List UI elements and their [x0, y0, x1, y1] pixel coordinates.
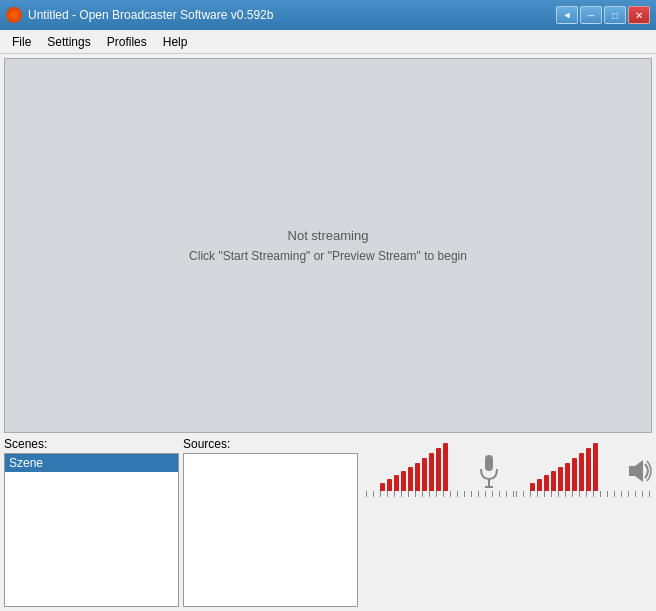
- menu-profiles[interactable]: Profiles: [99, 33, 155, 51]
- vu-right: [530, 443, 598, 491]
- vu-bar: [558, 467, 563, 491]
- vu-bar: [586, 448, 591, 491]
- close-button[interactable]: ✕: [628, 6, 650, 24]
- status-not-streaming: Not streaming: [288, 228, 369, 243]
- svg-marker-3: [629, 460, 643, 482]
- status-instructions: Click "Start Streaming" or "Preview Stre…: [189, 249, 467, 263]
- vu-bar: [593, 443, 598, 491]
- microphone-icon: [475, 451, 503, 491]
- preview-area: Not streaming Click "Start Streaming" or…: [4, 58, 652, 433]
- vu-bar: [579, 453, 584, 491]
- scenes-panel: Scenes: Szene: [4, 437, 179, 607]
- vu-bar: [422, 458, 427, 491]
- vu-scale: [362, 491, 656, 497]
- sources-list[interactable]: [183, 453, 358, 607]
- vu-area: [362, 437, 656, 607]
- vu-bar: [544, 475, 549, 491]
- svg-rect-0: [485, 455, 493, 471]
- scene-item[interactable]: Szene: [5, 454, 178, 472]
- menu-file[interactable]: File: [4, 33, 39, 51]
- vu-bar: [429, 453, 434, 491]
- menu-settings[interactable]: Settings: [39, 33, 98, 51]
- scenes-label: Scenes:: [4, 437, 179, 451]
- vu-bar: [387, 479, 392, 491]
- minimize-button[interactable]: ─: [580, 6, 602, 24]
- vu-bar: [537, 479, 542, 491]
- vu-meters: [362, 439, 656, 491]
- sources-label: Sources:: [183, 437, 358, 451]
- scenes-list[interactable]: Szene: [4, 453, 179, 607]
- app-icon: [6, 7, 22, 23]
- maximize-button[interactable]: □: [604, 6, 626, 24]
- vu-bar: [415, 463, 420, 491]
- vu-bar: [436, 448, 441, 491]
- vu-bar: [443, 443, 448, 491]
- vu-bar: [401, 471, 406, 491]
- vu-bar: [380, 483, 385, 491]
- menu-bar: File Settings Profiles Help: [0, 30, 656, 54]
- speaker-icon: [625, 451, 653, 491]
- back-button[interactable]: ◄: [556, 6, 578, 24]
- sources-panel: Sources:: [183, 437, 358, 607]
- vu-bar: [408, 467, 413, 491]
- vu-bar: [565, 463, 570, 491]
- vu-bar: [530, 483, 535, 491]
- vu-left: [380, 443, 448, 491]
- window-controls: ◄ ─ □ ✕: [556, 6, 650, 24]
- vu-bar: [394, 475, 399, 491]
- vu-bar: [572, 458, 577, 491]
- menu-help[interactable]: Help: [155, 33, 196, 51]
- vu-bar: [551, 471, 556, 491]
- title-bar: Untitled - Open Broadcaster Software v0.…: [0, 0, 656, 30]
- window-title: Untitled - Open Broadcaster Software v0.…: [28, 8, 556, 22]
